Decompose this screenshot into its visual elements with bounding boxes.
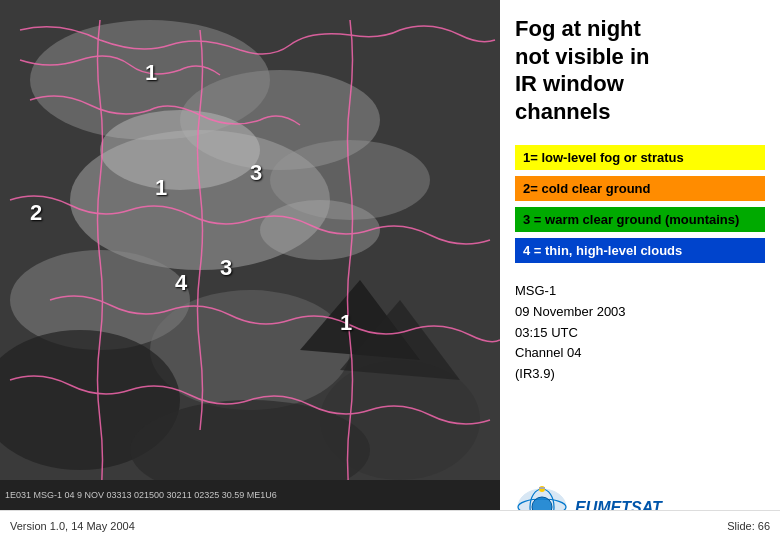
slide-number: Slide: 66 bbox=[727, 520, 770, 532]
legend-section: 1= low-level fog or stratus 2= cold clea… bbox=[515, 145, 765, 269]
metadata-text: 1E031 MSG-1 04 9 NOV 03313 021500 30211 … bbox=[5, 490, 277, 500]
legend-text-3: 3 = warm clear ground (mountains) bbox=[523, 212, 739, 227]
title-line-3: IR window bbox=[515, 71, 624, 96]
legend-text-4: 4 = thin, high-level clouds bbox=[523, 243, 682, 258]
satellite-image-panel: 1 1 1 2 3 3 4 1E031 MSG-1 04 9 NOV 03313… bbox=[0, 0, 500, 510]
msg-info-section: MSG-1 09 November 2003 03:15 UTC Channel… bbox=[515, 281, 765, 385]
legend-item-4: 4 = thin, high-level clouds bbox=[515, 238, 765, 263]
svg-point-7 bbox=[100, 110, 260, 190]
info-msg: MSG-1 bbox=[515, 281, 765, 302]
legend-text-2: 2= cold clear ground bbox=[523, 181, 651, 196]
info-ir: (IR3.9) bbox=[515, 364, 765, 385]
region-label-2: 2 bbox=[30, 200, 42, 226]
legend-item-2: 2= cold clear ground bbox=[515, 176, 765, 201]
image-metadata-bar: 1E031 MSG-1 04 9 NOV 03313 021500 30211 … bbox=[0, 480, 500, 510]
region-label-3-b: 3 bbox=[220, 255, 232, 281]
info-panel: Fog at night not visible in IR window ch… bbox=[500, 0, 780, 540]
slide-title: Fog at night not visible in IR window ch… bbox=[515, 15, 765, 130]
version-text: Version 1.0, 14 May 2004 bbox=[10, 520, 135, 532]
info-channel: Channel 04 bbox=[515, 343, 765, 364]
region-label-1-top: 1 bbox=[145, 60, 157, 86]
title-line-4: channels bbox=[515, 99, 610, 124]
info-utc: 03:15 UTC bbox=[515, 323, 765, 344]
info-date: 09 November 2003 bbox=[515, 302, 765, 323]
region-label-1-bot: 1 bbox=[340, 310, 352, 336]
title-line-2: not visible in bbox=[515, 44, 649, 69]
legend-item-3: 3 = warm clear ground (mountains) bbox=[515, 207, 765, 232]
satellite-image bbox=[0, 0, 500, 510]
legend-text-1: 1= low-level fog or stratus bbox=[523, 150, 684, 165]
region-label-3-a: 3 bbox=[250, 160, 262, 186]
region-label-4: 4 bbox=[175, 270, 187, 296]
svg-rect-20 bbox=[539, 487, 545, 489]
legend-item-1: 1= low-level fog or stratus bbox=[515, 145, 765, 170]
page-footer: Version 1.0, 14 May 2004 Slide: 66 bbox=[0, 510, 780, 540]
title-text: Fog at night not visible in IR window ch… bbox=[515, 15, 765, 125]
title-line-1: Fog at night bbox=[515, 16, 641, 41]
region-label-1-mid: 1 bbox=[155, 175, 167, 201]
